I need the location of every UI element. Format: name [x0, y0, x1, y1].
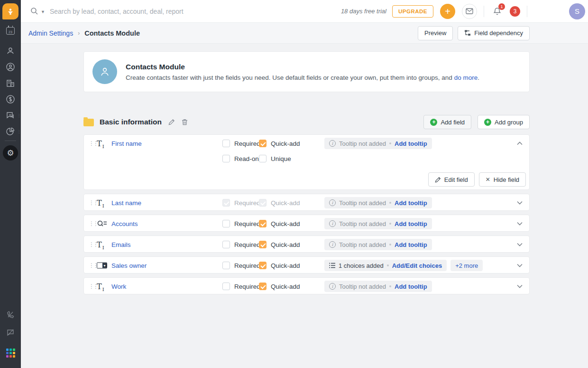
lookup-type-icon — [97, 220, 109, 227]
settings-icon[interactable]: ⚙ — [3, 145, 18, 160]
drag-handle-icon[interactable]: ⋮⋮ — [89, 221, 97, 226]
tooltip-pill: i Tooltip not added Add tooltip — [324, 239, 432, 250]
required-checkbox[interactable]: Required — [222, 283, 260, 290]
add-edit-choices-link[interactable]: Add/Edit choices — [392, 262, 442, 269]
field-name-link[interactable]: Accounts — [111, 220, 138, 227]
field-dependency-button[interactable]: Field dependency — [458, 26, 530, 40]
field-dependency-icon — [464, 30, 471, 36]
tooltip-pill: i Tooltip not added Add tooltip — [324, 138, 432, 149]
add-tooltip-link[interactable]: Add tooltip — [395, 140, 427, 147]
field-name-link[interactable]: Last name — [111, 199, 141, 207]
add-tooltip-link[interactable]: Add tooltip — [395, 199, 427, 207]
upgrade-button[interactable]: UPGRADE — [392, 5, 433, 18]
field-name-link[interactable]: First name — [111, 140, 142, 147]
conversations-icon[interactable]: ⋮ — [0, 108, 21, 123]
trial-countdown: 18 days free trial — [341, 8, 386, 15]
drag-handle-icon[interactable]: ⋮⋮ — [89, 200, 97, 206]
field-row-last-name: ⋮⋮ TI Last name Required Quick-add i Too… — [83, 194, 530, 211]
required-checkbox[interactable]: Required — [222, 262, 260, 269]
search-icon[interactable] — [30, 7, 38, 15]
unique-checkbox[interactable]: Unique — [259, 155, 291, 162]
quick-add-button[interactable]: + — [440, 4, 455, 19]
topbar-divider — [527, 6, 527, 17]
alert-count-badge[interactable]: 3 — [510, 6, 520, 17]
breadcrumb-admin-settings-link[interactable]: Admin Settings — [28, 29, 73, 37]
accounts-icon[interactable] — [0, 76, 21, 90]
phone-disabled-icon[interactable] — [0, 308, 21, 322]
more-choices-pill[interactable]: +2 more — [450, 260, 483, 271]
expand-chevron-icon[interactable] — [517, 284, 523, 288]
email-icon[interactable] — [462, 4, 477, 19]
deals-icon[interactable] — [0, 92, 21, 106]
text-type-icon: TI — [97, 282, 109, 291]
choices-list-icon — [329, 263, 335, 268]
field-name-link[interactable]: Emails — [111, 241, 131, 248]
quick-add-checkbox[interactable]: Quick-add — [259, 262, 300, 269]
chat-disabled-icon[interactable] — [0, 325, 21, 340]
global-search-input[interactable] — [49, 7, 248, 16]
pencil-icon — [435, 177, 441, 183]
module-title: Contacts Module — [126, 63, 479, 71]
required-checkbox: Required — [222, 199, 260, 207]
expand-chevron-icon[interactable] — [517, 243, 523, 246]
plus-icon: + — [484, 119, 491, 126]
freshsales-logo-icon[interactable] — [2, 3, 18, 19]
analytics-icon[interactable]: ⋮ — [0, 124, 21, 139]
folder-icon — [83, 119, 94, 126]
expand-chevron-icon[interactable] — [517, 264, 523, 267]
sidebar-divider — [5, 141, 16, 141]
add-field-button[interactable]: + Add field — [423, 115, 471, 129]
preview-button[interactable]: Preview — [418, 26, 453, 40]
required-checkbox[interactable]: Required — [222, 241, 260, 248]
module-description: Create contacts faster with just the fie… — [126, 74, 479, 81]
field-row-work: ⋮⋮ TI Work Required Quick-add i Tooltip … — [83, 277, 530, 294]
add-tooltip-link[interactable]: Add tooltip — [395, 283, 427, 290]
top-bar: ▼ 18 days free trial UPGRADE + 1 3 S — [21, 0, 588, 23]
quick-add-checkbox[interactable]: Quick-add — [259, 283, 300, 290]
required-checkbox[interactable]: Required — [222, 140, 260, 147]
app-sidebar: 23 ⋮ ⋮ ⚙ — [0, 0, 21, 368]
edit-group-icon[interactable] — [168, 119, 175, 125]
topbar-divider — [484, 6, 484, 17]
add-tooltip-link[interactable]: Add tooltip — [395, 220, 427, 227]
do-more-link[interactable]: do more — [454, 74, 478, 81]
expand-chevron-icon[interactable] — [517, 222, 523, 226]
leads-icon[interactable] — [0, 44, 21, 58]
dropdown-type-icon — [97, 263, 109, 269]
breadcrumb: Admin Settings › Contacts Module — [28, 29, 140, 37]
info-icon: i — [329, 140, 336, 147]
breadcrumb-separator: › — [78, 30, 80, 37]
contacts-icon[interactable] — [0, 60, 21, 74]
quick-add-checkbox: Quick-add — [259, 199, 300, 207]
info-icon: i — [329, 283, 336, 290]
collapse-chevron-icon[interactable] — [517, 142, 523, 145]
hide-field-button[interactable]: ✕ Hide field — [479, 172, 526, 187]
search-scope-caret-icon[interactable]: ▼ — [41, 9, 45, 14]
edit-field-button[interactable]: Edit field — [428, 172, 475, 187]
info-icon: i — [329, 220, 336, 227]
group-name: Basic information — [100, 118, 162, 126]
quick-add-checkbox[interactable]: Quick-add — [259, 220, 300, 227]
user-avatar[interactable]: S — [569, 3, 585, 19]
add-tooltip-link[interactable]: Add tooltip — [395, 241, 427, 248]
required-checkbox[interactable]: Required — [222, 220, 260, 227]
overflow-dots-icon: ⋮ — [17, 130, 20, 134]
freshworks-switcher-icon[interactable] — [0, 346, 21, 360]
page-title: Contacts Module — [84, 29, 140, 37]
drag-handle-icon[interactable]: ⋮⋮ — [89, 283, 97, 289]
field-name-link[interactable]: Sales owner — [111, 262, 147, 269]
add-group-button[interactable]: + Add group — [478, 115, 530, 129]
drag-handle-icon[interactable]: ⋮⋮ — [89, 242, 97, 247]
read-only-checkbox[interactable]: Read-only — [222, 155, 264, 162]
drag-handle-icon[interactable]: ⋮⋮ — [89, 263, 97, 268]
quick-add-checkbox[interactable]: Quick-add — [259, 241, 300, 248]
quick-add-checkbox[interactable]: Quick-add — [259, 140, 300, 147]
main-area: Contacts Module Create contacts faster w… — [21, 44, 588, 368]
field-name-link[interactable]: Work — [111, 283, 126, 290]
delete-group-icon[interactable] — [182, 119, 188, 125]
drag-handle-icon[interactable]: ⋮⋮ — [89, 141, 97, 146]
calendar-icon[interactable]: 23 — [0, 24, 21, 38]
notifications-bell-icon[interactable]: 1 — [490, 4, 504, 19]
info-icon: i — [329, 241, 336, 248]
expand-chevron-icon[interactable] — [517, 201, 523, 205]
